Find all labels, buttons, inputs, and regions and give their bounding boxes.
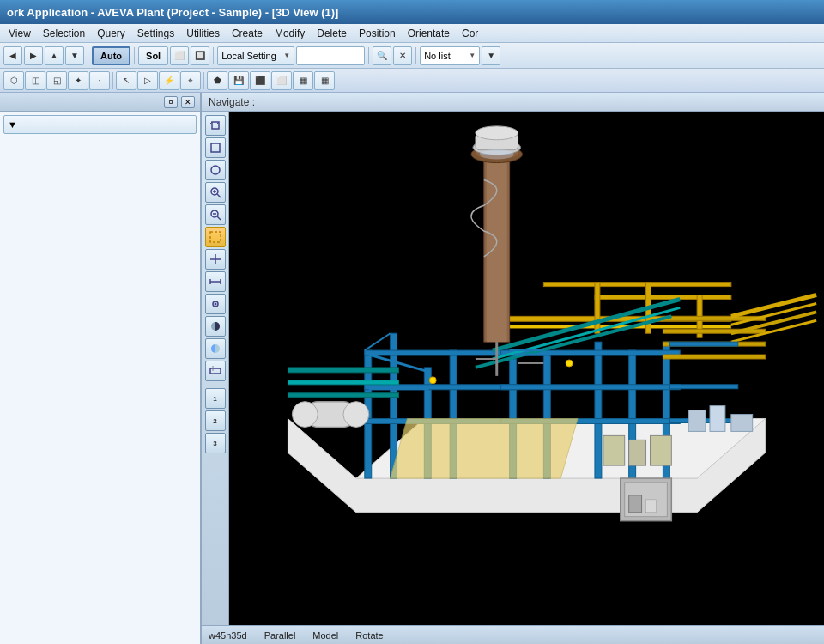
menu-query[interactable]: Query [92, 26, 130, 41]
toolbar-search-input[interactable] [296, 46, 365, 65]
svg-rect-45 [595, 295, 731, 300]
toolbar-find-btn[interactable]: 🔍 [373, 46, 391, 65]
tb2-btn-11[interactable]: 💾 [228, 71, 249, 90]
tb2-btn-9[interactable]: ⌖ [180, 71, 201, 90]
menu-create[interactable]: Create [227, 26, 268, 41]
tb2-btn-3[interactable]: ◱ [46, 71, 67, 90]
svg-rect-87 [670, 385, 737, 389]
view-tool-zoom-window[interactable] [205, 204, 226, 225]
tb2-btn-6[interactable]: ↖ [116, 71, 136, 90]
tb2-btn-15[interactable]: ▦ [314, 71, 335, 90]
svg-point-65 [343, 402, 369, 428]
view-tool-clip[interactable] [205, 361, 226, 381]
view-tool-render[interactable] [205, 338, 226, 359]
tb2-sep-1 [112, 72, 113, 89]
view-tool-shade[interactable] [205, 316, 226, 337]
svg-rect-22 [210, 368, 221, 374]
toolbar-up-btn[interactable]: ▲ [45, 46, 64, 65]
svg-rect-67 [603, 435, 625, 465]
view-tool-dim1[interactable]: 1 [205, 388, 226, 409]
view-content[interactable]: 1 2 3 [202, 112, 824, 625]
menu-position[interactable]: Position [354, 26, 401, 41]
view-toolbar: 1 2 3 [202, 112, 229, 625]
close-icon: ✕ [185, 98, 191, 106]
svg-rect-73 [646, 500, 657, 513]
left-panel: ¤ ✕ ▼ [0, 93, 202, 644]
toolbar-extra-btn[interactable]: ▼ [482, 46, 500, 65]
svg-rect-40 [501, 385, 681, 390]
menu-orientate[interactable]: Orientate [403, 26, 455, 41]
view-tool-crosshair[interactable] [205, 249, 226, 270]
menu-delete[interactable]: Delete [312, 26, 352, 41]
svg-rect-46 [595, 283, 600, 334]
left-panel-dropdown[interactable]: ▼ [3, 115, 197, 134]
tb2-btn-8[interactable]: ⚡ [159, 71, 179, 90]
tb2-btn-7[interactable]: ▷ [137, 71, 158, 90]
pin-icon: ¤ [168, 98, 173, 106]
menu-cor[interactable]: Cor [457, 26, 483, 41]
tb2-btn-5[interactable]: · [89, 71, 110, 90]
no-list-dropdown[interactable]: No list ▼ [420, 46, 480, 65]
view-tool-zoom-in[interactable] [205, 182, 226, 203]
sol-mode-btn[interactable]: Sol [138, 46, 168, 65]
toolbar-down-btn[interactable]: ▼ [65, 46, 84, 65]
view-tool-select[interactable] [205, 227, 226, 247]
tb2-btn-2[interactable]: ◫ [25, 71, 45, 90]
menu-utilities[interactable]: Utilities [181, 26, 225, 41]
tb2-btn-14[interactable]: ▦ [293, 71, 313, 90]
toolbar-icon2[interactable]: 🔲 [191, 46, 209, 65]
toolbar-back-btn[interactable]: ◀ [3, 46, 22, 65]
no-list-label: No list [424, 51, 451, 61]
view-tool-dim3[interactable]: 3 [205, 433, 226, 453]
view-tool-box[interactable] [205, 137, 226, 158]
title-bar: ork Application - AVEVA Plant (Project -… [0, 0, 824, 24]
tb2-btn-4[interactable]: ✦ [68, 71, 88, 90]
svg-line-6 [217, 194, 221, 197]
svg-point-4 [211, 166, 220, 174]
view-tool-settings-3d[interactable] [205, 294, 226, 314]
tb2-btn-10[interactable]: ⬟ [207, 71, 227, 90]
svg-rect-96 [731, 415, 753, 432]
toolbar-close-btn[interactable]: ✕ [393, 46, 412, 65]
toolbar-forward-btn[interactable]: ▶ [24, 46, 43, 65]
menu-view[interactable]: View [3, 26, 36, 41]
left-panel-header: ¤ ✕ [0, 93, 200, 112]
local-setting-dropdown[interactable]: Local Setting ▼ [217, 46, 294, 65]
view-area: Navigate : [202, 93, 824, 644]
title-text: ork Application - AVEVA Plant (Project -… [7, 6, 338, 19]
navigate-label: Navigate : [209, 96, 255, 108]
svg-rect-91 [288, 393, 398, 398]
tb2-btn-13[interactable]: ⬜ [271, 71, 292, 90]
svg-rect-52 [663, 355, 765, 359]
sep-1 [88, 47, 88, 64]
svg-rect-68 [629, 440, 646, 465]
view-tool-sphere[interactable] [205, 160, 226, 180]
status-mode: Model [312, 630, 338, 641]
plant-3d-view[interactable] [229, 112, 824, 606]
svg-rect-90 [288, 380, 398, 385]
menu-settings[interactable]: Settings [132, 26, 179, 41]
view-header: Navigate : [202, 93, 824, 112]
status-projection: Parallel [264, 630, 296, 641]
view-tool-iso[interactable] [205, 115, 226, 136]
svg-rect-12 [210, 232, 221, 242]
svg-point-97 [480, 149, 514, 160]
svg-rect-94 [688, 410, 706, 432]
toolbar-icon1[interactable]: ⬜ [170, 46, 189, 65]
view-tool-dim2[interactable]: 2 [205, 410, 226, 431]
tb2-btn-12[interactable]: ⬛ [250, 71, 270, 90]
tb2-btn-1[interactable]: ⬡ [3, 71, 24, 90]
svg-rect-89 [288, 368, 398, 373]
auto-mode-btn[interactable]: Auto [92, 46, 130, 65]
panel-pin-btn[interactable]: ¤ [164, 96, 178, 108]
svg-rect-33 [595, 342, 602, 478]
svg-line-10 [217, 216, 221, 220]
menu-modify[interactable]: Modify [270, 26, 310, 41]
panel-close-btn[interactable]: ✕ [181, 96, 195, 108]
svg-rect-69 [651, 435, 672, 465]
tb2-sep-2 [203, 72, 204, 89]
toolbar-row-1: ◀ ▶ ▲ ▼ Auto Sol ⬜ 🔲 Local Setting ▼ 🔍 ✕… [0, 43, 824, 69]
menu-selection[interactable]: Selection [38, 26, 90, 41]
view-tool-measure[interactable] [205, 271, 226, 292]
toolbar-row-2: ⬡ ◫ ◱ ✦ · ↖ ▷ ⚡ ⌖ ⬟ 💾 ⬛ ⬜ ▦ ▦ [0, 69, 824, 93]
